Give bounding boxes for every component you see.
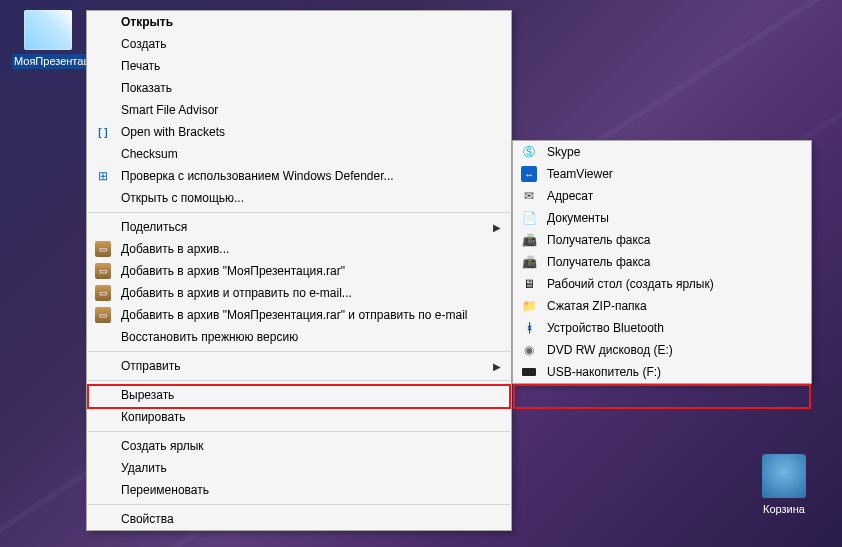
chevron-right-icon: ▶ bbox=[493, 222, 501, 233]
dvd-icon bbox=[521, 342, 537, 358]
separator bbox=[88, 431, 510, 432]
menu-add-to-rar[interactable]: Добавить в архив "МояПрезентация.rar" bbox=[87, 260, 511, 282]
menu-restore-previous[interactable]: Восстановить прежнюю версию bbox=[87, 326, 511, 348]
menu-show[interactable]: Показать bbox=[87, 77, 511, 99]
sendto-mail-recipient[interactable]: Адресат bbox=[513, 185, 811, 207]
menu-print[interactable]: Печать bbox=[87, 55, 511, 77]
winrar-icon bbox=[95, 307, 111, 323]
desktop-icon bbox=[521, 276, 537, 292]
menu-cut[interactable]: Вырезать bbox=[87, 384, 511, 406]
menu-checksum[interactable]: Checksum bbox=[87, 143, 511, 165]
menu-share[interactable]: Поделиться▶ bbox=[87, 216, 511, 238]
menu-open-with-brackets[interactable]: Open with Brackets bbox=[87, 121, 511, 143]
menu-delete[interactable]: Удалить bbox=[87, 457, 511, 479]
menu-add-and-email[interactable]: Добавить в архив и отправить по e-mail..… bbox=[87, 282, 511, 304]
menu-copy[interactable]: Копировать bbox=[87, 406, 511, 428]
file-thumbnail bbox=[24, 10, 72, 50]
sendto-usb[interactable]: USB-накопитель (F:) bbox=[513, 361, 811, 383]
sendto-desktop-shortcut[interactable]: Рабочий стол (создать ярлык) bbox=[513, 273, 811, 295]
separator bbox=[88, 351, 510, 352]
recycle-bin[interactable]: Корзина bbox=[748, 454, 820, 517]
menu-add-to-archive[interactable]: Добавить в архив... bbox=[87, 238, 511, 260]
menu-smart-file-advisor[interactable]: Smart File Advisor bbox=[87, 99, 511, 121]
menu-add-rar-and-email[interactable]: Добавить в архив "МояПрезентация.rar" и … bbox=[87, 304, 511, 326]
separator bbox=[88, 380, 510, 381]
usb-icon bbox=[521, 364, 537, 380]
zip-icon bbox=[521, 298, 537, 314]
menu-properties[interactable]: Свойства bbox=[87, 508, 511, 530]
menu-rename[interactable]: Переименовать bbox=[87, 479, 511, 501]
recycle-bin-label: Корзина bbox=[761, 502, 807, 517]
separator bbox=[88, 504, 510, 505]
menu-create[interactable]: Создать bbox=[87, 33, 511, 55]
sendto-documents[interactable]: Документы bbox=[513, 207, 811, 229]
highlight-usb bbox=[513, 384, 811, 409]
file-icon-pptx[interactable]: МояПрезентация.pptx bbox=[12, 10, 84, 69]
sendto-fax-1[interactable]: Получатель факса bbox=[513, 229, 811, 251]
context-menu: Открыть Создать Печать Показать Smart Fi… bbox=[86, 10, 512, 531]
sendto-zip[interactable]: Сжатая ZIP-папка bbox=[513, 295, 811, 317]
winrar-icon bbox=[95, 241, 111, 257]
separator bbox=[88, 212, 510, 213]
fax-icon bbox=[521, 254, 537, 270]
menu-send-to[interactable]: Отправить▶ bbox=[87, 355, 511, 377]
send-to-submenu: Skype TeamViewer Адресат Документы Получ… bbox=[512, 140, 812, 384]
winrar-icon bbox=[95, 263, 111, 279]
menu-open[interactable]: Открыть bbox=[87, 11, 511, 33]
skype-icon bbox=[521, 144, 537, 160]
sendto-skype[interactable]: Skype bbox=[513, 141, 811, 163]
recycle-bin-icon bbox=[762, 454, 806, 498]
menu-create-shortcut[interactable]: Создать ярлык bbox=[87, 435, 511, 457]
sendto-teamviewer[interactable]: TeamViewer bbox=[513, 163, 811, 185]
sendto-bluetooth[interactable]: Устройство Bluetooth bbox=[513, 317, 811, 339]
bluetooth-icon bbox=[521, 320, 537, 336]
fax-icon bbox=[521, 232, 537, 248]
defender-icon bbox=[95, 168, 111, 184]
mail-icon bbox=[521, 188, 537, 204]
chevron-right-icon: ▶ bbox=[493, 361, 501, 372]
brackets-icon bbox=[95, 124, 111, 140]
sendto-fax-2[interactable]: Получатель факса bbox=[513, 251, 811, 273]
menu-open-with[interactable]: Открыть с помощью... bbox=[87, 187, 511, 209]
menu-windows-defender[interactable]: Проверка с использованием Windows Defend… bbox=[87, 165, 511, 187]
winrar-icon bbox=[95, 285, 111, 301]
sendto-dvd[interactable]: DVD RW дисковод (E:) bbox=[513, 339, 811, 361]
documents-icon bbox=[521, 210, 537, 226]
teamviewer-icon bbox=[521, 166, 537, 182]
